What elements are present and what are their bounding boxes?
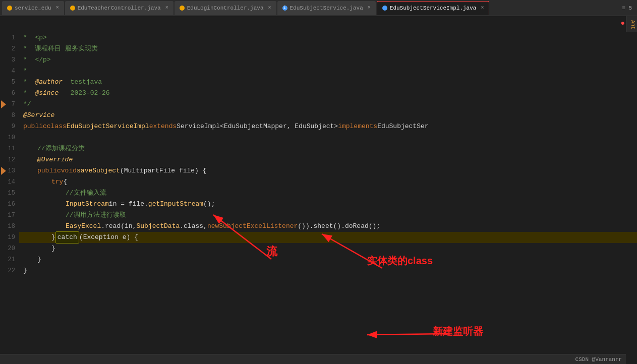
code-line-6: * @since 2023-02-26 xyxy=(19,88,637,99)
tab-label-subject-impl: EduSubjectServiceImpl.java xyxy=(390,5,477,11)
code-catch-params: (Exception e) { xyxy=(79,232,138,243)
code-subjectdata: SubjectData xyxy=(136,221,180,232)
code-try-brace: { xyxy=(63,176,67,188)
line-num-14: 14 xyxy=(0,176,19,188)
code-kw-void: void xyxy=(61,165,77,176)
code-method-params: (MultipartFile file) { xyxy=(120,165,207,176)
line-num-20: 20 xyxy=(0,243,19,254)
code-catch-close: } xyxy=(51,243,55,254)
line-num-22: 22 xyxy=(0,265,19,276)
tab-icon-service-edu xyxy=(7,6,12,11)
line-numbers: 1 2 3 4 5 6 7 8 9 10 11 12 13 14 15 16 1… xyxy=(0,32,19,364)
code-line-8: @Service xyxy=(19,110,637,121)
code-in-assign: in = file. xyxy=(109,199,148,210)
line-num-8: 8 xyxy=(0,110,19,121)
code-line-9: public class EduSubjectServiceImpl exten… xyxy=(19,121,637,132)
code-text-3: * </p> xyxy=(23,54,51,66)
line-num-18: 18 xyxy=(0,221,19,232)
code-comment-read: //调用方法进行读取 xyxy=(66,210,126,221)
code-override: @Override xyxy=(37,154,73,165)
tab-service-edu[interactable]: service_edu × xyxy=(2,1,64,15)
code-comment-add: //添加课程分类 xyxy=(37,143,85,154)
code-comment-file: //文件输入流 xyxy=(66,188,106,199)
code-listener-new: SubjectExcelListener xyxy=(219,221,298,232)
code-line-13: public void saveSubject(MultipartFile fi… xyxy=(19,165,637,176)
csdn-credit: CSDN @Vanranrr xyxy=(575,356,622,362)
line-num-17: 17 xyxy=(0,210,19,221)
tab-icon-subject-impl xyxy=(382,6,387,11)
tab-close-teacher-ctrl[interactable]: × xyxy=(165,5,168,11)
code-kw-public: public xyxy=(23,121,47,132)
line-num-16: 16 xyxy=(0,199,19,210)
code-line-17: //调用方法进行读取 xyxy=(19,210,637,221)
code-text-6c: 2023-02-26 xyxy=(59,88,109,99)
code-text-5b: @author xyxy=(35,77,63,88)
code-read-call: .read(in, xyxy=(101,221,136,232)
code-line-15: //文件输入流 xyxy=(19,188,637,199)
code-line-22: } xyxy=(19,265,637,276)
line-num-10: 10 xyxy=(0,132,19,143)
code-text-4: * xyxy=(23,66,27,77)
line-num-2: 2 xyxy=(0,43,19,54)
tab-subject-impl[interactable]: EduSubjectServiceImpl.java × xyxy=(377,1,490,15)
code-class-close: } xyxy=(23,265,27,276)
code-text-8: @Service xyxy=(23,110,54,121)
tab-count: ≡ 5 xyxy=(619,5,635,11)
code-line-21: } xyxy=(19,254,637,265)
code-close-brace: } xyxy=(51,232,55,243)
error-indicator: ● xyxy=(621,19,625,27)
line-num-3: 3 xyxy=(0,54,19,66)
tab-subject-svc[interactable]: i EduSubjectService.java × xyxy=(277,1,376,15)
tab-label-subject-svc: EduSubjectService.java xyxy=(290,5,363,11)
line-num-19: 19 xyxy=(0,232,19,243)
tab-login-ctrl[interactable]: EduLoginController.java × xyxy=(175,1,276,15)
code-line-20: } xyxy=(19,243,637,254)
line-num-21: 21 xyxy=(0,254,19,265)
line-num-9: 9 xyxy=(0,121,19,132)
line-num-6: 6 xyxy=(0,88,19,99)
line-num-12: 12 xyxy=(0,154,19,165)
code-inputstream: InputStream xyxy=(66,199,109,210)
tab-close-subject-svc[interactable]: × xyxy=(368,5,371,11)
code-line-18: EasyExcel.read(in, SubjectData.class,new… xyxy=(19,221,637,232)
tab-close-subject-impl[interactable]: × xyxy=(481,5,484,11)
line-num-7: 7 xyxy=(0,99,19,110)
code-line-19: }catch (Exception e) { xyxy=(19,232,637,243)
code-text-6a: * xyxy=(23,88,35,99)
code-easyexcel: EasyExcel xyxy=(66,221,101,232)
code-text-7: */ xyxy=(23,99,31,110)
code-line-12: @Override xyxy=(19,154,637,165)
bottom-bar: CSDN @Vanranrr xyxy=(0,354,626,364)
code-line-10 xyxy=(19,132,637,143)
tab-icon-login-ctrl xyxy=(180,6,185,11)
line-num-4: 4 xyxy=(0,66,19,77)
code-text-2: * 课程科目 服务实现类 xyxy=(23,43,98,54)
tab-label-login-ctrl: EduLoginController.java xyxy=(187,5,264,11)
code-line-16: InputStream in = file.getInputStream(); xyxy=(19,199,637,210)
code-kw-public2: public xyxy=(37,165,61,176)
line-num-15: 15 xyxy=(0,188,19,199)
line-num-5: 5 xyxy=(0,77,19,88)
code-text-5a: * xyxy=(23,77,35,88)
code-line-7: */ xyxy=(19,99,637,110)
catch-keyword: catch xyxy=(55,231,79,244)
code-method-close: } xyxy=(37,254,41,265)
code-implements-class: EduSubjectSer xyxy=(377,121,428,132)
code-line-2: * 课程科目 服务实现类 xyxy=(19,43,637,54)
tab-label-teacher-ctrl: EduTeacherController.java xyxy=(78,5,161,11)
code-kw-extends: extends xyxy=(149,121,177,132)
annotation-liu: 流 xyxy=(266,244,277,259)
code-in-semi: (); xyxy=(203,199,215,210)
code-getinputstream: getInputStream xyxy=(148,199,203,210)
code-editor[interactable]: * <p> * 课程科目 服务实现类 * </p> * * @author te… xyxy=(19,32,637,364)
tab-close-service-edu[interactable]: × xyxy=(56,5,59,11)
code-class-dot: .class, xyxy=(180,221,207,232)
tab-close-login-ctrl[interactable]: × xyxy=(268,5,271,11)
tab-teacher-ctrl[interactable]: EduTeacherController.java × xyxy=(65,1,173,15)
code-text-6b: @since xyxy=(35,88,59,99)
code-line-4: * xyxy=(19,66,637,77)
annotation-entity-class: 实体类的class xyxy=(367,254,433,268)
code-sheet: ()).sheet().doRead(); xyxy=(298,221,380,232)
code-class-name: EduSubjectServiceImpl xyxy=(67,121,149,132)
code-text-5c: testjava xyxy=(63,77,102,88)
